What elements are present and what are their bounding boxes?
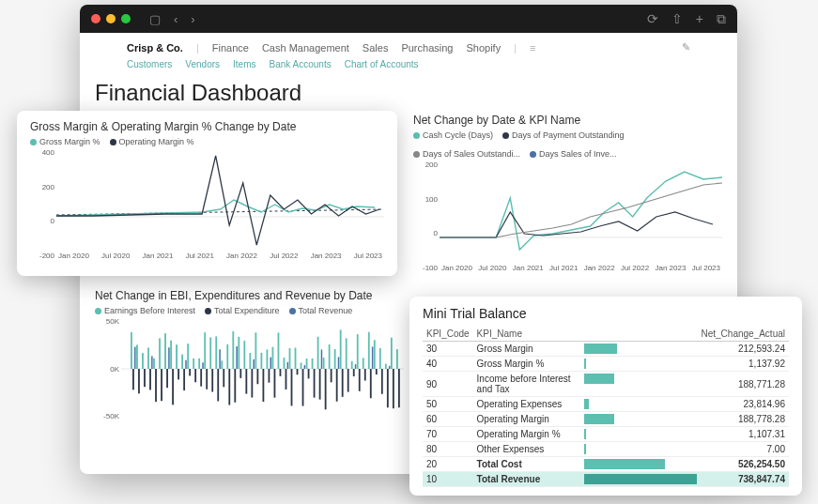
refresh-icon[interactable]: ⟳ — [647, 11, 658, 27]
svg-rect-21 — [176, 344, 177, 369]
edit-icon[interactable]: ✎ — [682, 41, 690, 53]
svg-rect-86 — [334, 349, 336, 369]
table-row[interactable]: 10Total Revenue738,847.74 — [423, 472, 789, 487]
table-row[interactable]: 20Total Cost526,254.50 — [423, 457, 789, 472]
svg-rect-80 — [319, 369, 321, 400]
svg-rect-83 — [325, 369, 327, 409]
legend-item[interactable]: Earnings Before Interest — [95, 306, 195, 315]
svg-rect-91 — [346, 338, 347, 369]
svg-rect-76 — [308, 369, 310, 378]
svg-rect-53 — [253, 359, 255, 369]
trial-balance-title: Mini Trial Balance — [423, 306, 789, 321]
legend-item[interactable]: Total Expenditure — [205, 306, 280, 315]
minimize-icon[interactable] — [106, 14, 116, 23]
table-header[interactable] — [584, 327, 697, 342]
subnav-vendors[interactable]: Vendors — [185, 59, 220, 69]
svg-rect-95 — [355, 364, 357, 369]
copy-icon[interactable]: ⧉ — [717, 11, 726, 27]
legend-dot-icon — [413, 151, 420, 158]
svg-rect-60 — [270, 358, 272, 369]
legend-item[interactable]: Operating Margin % — [110, 137, 194, 146]
svg-rect-111 — [393, 369, 394, 408]
titlebar: ▢ ‹ › ⟳ ⇧ + ⧉ — [80, 5, 737, 33]
table-row[interactable]: 70Operating Margin %1,107.31 — [423, 427, 789, 442]
chart-ebi-panel: Net Change in EBI, Expenditures and Reve… — [95, 285, 404, 424]
layout-icon[interactable]: ▢ — [149, 12, 161, 26]
svg-rect-101 — [370, 369, 372, 398]
chart-ebi-title: Net Change in EBI, Expenditures and Reve… — [95, 289, 404, 302]
table-row[interactable]: 60Operating Margin188,778.28 — [423, 412, 789, 427]
svg-rect-55 — [256, 369, 258, 384]
nav-shopify[interactable]: Shopify — [466, 42, 501, 53]
svg-rect-25 — [185, 360, 187, 369]
svg-rect-7 — [142, 353, 144, 369]
svg-rect-49 — [243, 341, 245, 369]
chart-ebi-area[interactable] — [121, 317, 404, 420]
table-row[interactable]: 90Income before Interest and Tax188,771.… — [423, 372, 789, 397]
svg-rect-69 — [291, 369, 293, 405]
legend-item[interactable]: Gross Margin % — [30, 137, 100, 146]
table-header[interactable]: KPI_Name — [473, 327, 585, 342]
table-row[interactable]: 30Gross Margin212,593.24 — [423, 342, 789, 357]
nav-forward-icon[interactable]: › — [191, 12, 194, 26]
svg-rect-13 — [155, 369, 157, 402]
svg-rect-35 — [209, 338, 211, 369]
svg-rect-52 — [251, 369, 253, 398]
svg-rect-74 — [304, 365, 306, 369]
table-header[interactable]: Net_Change_Actual — [697, 327, 789, 342]
chart-margin-area[interactable] — [56, 148, 384, 252]
subnav-bank[interactable]: Bank Accounts — [270, 59, 332, 69]
nav-finance[interactable]: Finance — [212, 42, 249, 53]
legend-dot-icon — [205, 308, 211, 314]
legend-dot-icon — [30, 139, 37, 145]
legend-item[interactable]: Total Revenue — [289, 306, 353, 315]
svg-rect-85 — [331, 369, 332, 382]
chart-margin-title: Gross Margin & Operating Margin % Change… — [30, 120, 384, 133]
nav-cash[interactable]: Cash Management — [262, 42, 349, 53]
svg-rect-106 — [381, 369, 383, 394]
chart-ebi-legend: Earnings Before InterestTotal Expenditur… — [95, 306, 404, 315]
svg-rect-39 — [219, 349, 221, 369]
legend-item[interactable]: Days of Payment Outstanding — [502, 130, 625, 140]
table-row[interactable]: 50Operating Expenses23,814.96 — [423, 397, 789, 412]
nav-purchasing[interactable]: Purchasing — [401, 42, 453, 53]
legend-label: Earnings Before Interest — [104, 306, 195, 315]
chart-margin-card: Gross Margin & Operating Margin % Change… — [17, 111, 397, 276]
svg-rect-26 — [187, 344, 189, 369]
svg-rect-79 — [317, 337, 319, 369]
subnav-items[interactable]: Items — [233, 59, 255, 69]
svg-rect-62 — [274, 369, 276, 398]
legend-item[interactable]: Cash Cycle (Days) — [413, 130, 493, 140]
svg-rect-47 — [238, 337, 239, 369]
svg-rect-48 — [239, 369, 241, 378]
legend-dot-icon — [530, 151, 536, 158]
brand-label[interactable]: Crisp & Co. — [127, 42, 183, 53]
table-header[interactable]: KPI_Code — [423, 327, 473, 342]
close-icon[interactable] — [91, 14, 100, 23]
svg-rect-5 — [136, 344, 138, 369]
svg-rect-61 — [272, 347, 274, 369]
legend-item[interactable]: Days of Sales Outstandi... — [413, 149, 520, 159]
svg-rect-98 — [363, 358, 364, 369]
subnav-coa[interactable]: Chart of Accounts — [345, 59, 419, 69]
table-row[interactable]: 40Gross Margin %1,137.92 — [423, 357, 789, 372]
share-icon[interactable]: ⇧ — [671, 11, 683, 27]
maximize-icon[interactable] — [121, 14, 131, 23]
legend-label: Total Expenditure — [214, 306, 280, 315]
svg-rect-45 — [234, 369, 236, 403]
svg-rect-65 — [284, 358, 286, 369]
nav-back-icon[interactable]: ‹ — [174, 12, 177, 26]
nav-sales[interactable]: Sales — [363, 42, 389, 53]
legend-item[interactable]: Days Sales of Inve... — [530, 149, 617, 159]
legend-label: Days of Sales Outstandi... — [423, 149, 520, 159]
svg-rect-87 — [336, 369, 338, 402]
svg-rect-58 — [267, 349, 269, 369]
svg-rect-100 — [368, 332, 370, 369]
chart-kpi-area[interactable] — [440, 160, 722, 264]
svg-rect-105 — [379, 348, 381, 369]
add-icon[interactable]: + — [696, 11, 703, 27]
subnav-customers[interactable]: Customers — [127, 59, 172, 69]
legend-dot-icon — [110, 139, 116, 145]
svg-rect-102 — [372, 346, 374, 369]
table-row[interactable]: 80Other Expenses7.00 — [423, 442, 789, 457]
